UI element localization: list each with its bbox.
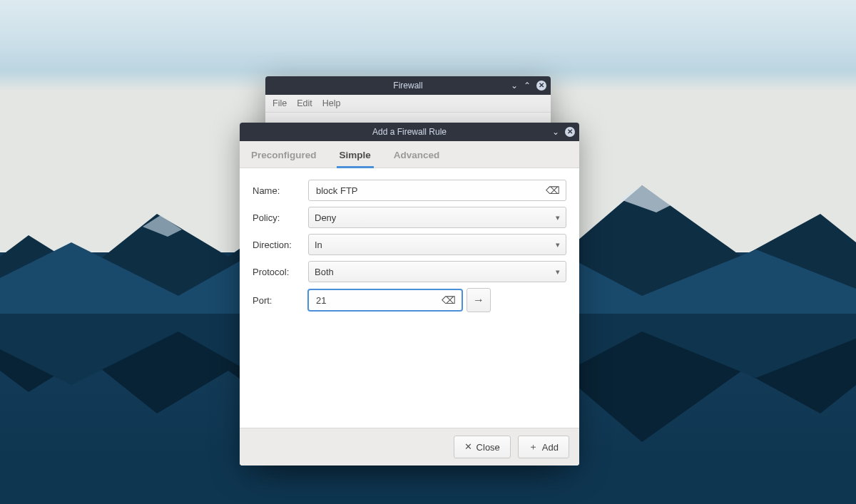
firewall-titlebar[interactable]: Firewall ⌄ ⌃ ✕ bbox=[265, 76, 551, 95]
menu-edit[interactable]: Edit bbox=[297, 98, 312, 108]
dialog-minimize-button[interactable]: ⌄ bbox=[552, 128, 559, 136]
firewall-title: Firewall bbox=[393, 81, 422, 91]
close-button-label: Close bbox=[477, 442, 500, 453]
row-port: Port: ⌫ → bbox=[253, 288, 566, 312]
dialog-close-icon[interactable]: ✕ bbox=[565, 127, 575, 137]
tab-simple[interactable]: Simple bbox=[337, 147, 374, 168]
form-area: Name: ⌫ Policy: Deny ▾ Direction: In ▾ bbox=[240, 168, 579, 428]
maximize-button[interactable]: ⌃ bbox=[524, 81, 531, 90]
clear-name-icon[interactable]: ⌫ bbox=[541, 185, 560, 196]
policy-value: Deny bbox=[315, 212, 336, 223]
label-name: Name: bbox=[253, 185, 308, 196]
port-go-button[interactable]: → bbox=[467, 288, 491, 312]
menu-help[interactable]: Help bbox=[322, 98, 341, 108]
minimize-button[interactable]: ⌄ bbox=[511, 81, 518, 90]
row-policy: Policy: Deny ▾ bbox=[253, 207, 566, 228]
arrow-right-icon: → bbox=[473, 294, 484, 307]
label-policy: Policy: bbox=[253, 212, 308, 223]
name-field-wrapper[interactable]: ⌫ bbox=[308, 180, 566, 201]
add-button[interactable]: ＋ Add bbox=[518, 436, 569, 458]
row-name: Name: ⌫ bbox=[253, 180, 566, 201]
label-protocol: Protocol: bbox=[253, 267, 308, 277]
clear-port-icon[interactable]: ⌫ bbox=[437, 294, 456, 306]
port-input[interactable] bbox=[315, 294, 437, 307]
menu-file[interactable]: File bbox=[272, 98, 287, 108]
caret-icon: ▾ bbox=[556, 240, 560, 250]
label-direction: Direction: bbox=[253, 240, 308, 250]
svg-marker-3 bbox=[621, 185, 671, 212]
add-button-label: Add bbox=[542, 442, 559, 453]
policy-select[interactable]: Deny ▾ bbox=[308, 207, 566, 228]
tab-preconfigured[interactable]: Preconfigured bbox=[248, 147, 320, 168]
svg-marker-4 bbox=[143, 215, 182, 237]
desktop-wallpaper: Firewall ⌄ ⌃ ✕ File Edit Help Add a Fire… bbox=[0, 0, 856, 504]
dialog-footer: ✕ Close ＋ Add bbox=[240, 428, 579, 466]
dialog-title: Add a Firewall Rule bbox=[372, 127, 447, 137]
tabbar: Preconfigured Simple Advanced bbox=[240, 141, 579, 168]
label-port: Port: bbox=[253, 295, 308, 306]
caret-icon: ▾ bbox=[556, 213, 560, 222]
menubar: File Edit Help bbox=[265, 95, 551, 113]
close-icon[interactable]: ✕ bbox=[536, 81, 546, 91]
protocol-select[interactable]: Both ▾ bbox=[308, 261, 566, 282]
close-button[interactable]: ✕ Close bbox=[454, 436, 511, 458]
protocol-value: Both bbox=[315, 267, 334, 277]
caret-icon: ▾ bbox=[556, 267, 560, 277]
tab-advanced[interactable]: Advanced bbox=[391, 147, 443, 168]
close-x-icon: ✕ bbox=[464, 442, 472, 451]
direction-value: In bbox=[315, 240, 322, 250]
name-input[interactable] bbox=[315, 185, 541, 197]
row-protocol: Protocol: Both ▾ bbox=[253, 261, 566, 282]
add-rule-dialog: Add a Firewall Rule ⌄ ✕ Preconfigured Si… bbox=[240, 123, 579, 466]
plus-icon: ＋ bbox=[529, 442, 538, 451]
dialog-titlebar[interactable]: Add a Firewall Rule ⌄ ✕ bbox=[240, 123, 579, 141]
row-direction: Direction: In ▾ bbox=[253, 234, 566, 255]
direction-select[interactable]: In ▾ bbox=[308, 234, 566, 255]
port-field-wrapper[interactable]: ⌫ bbox=[308, 289, 462, 311]
